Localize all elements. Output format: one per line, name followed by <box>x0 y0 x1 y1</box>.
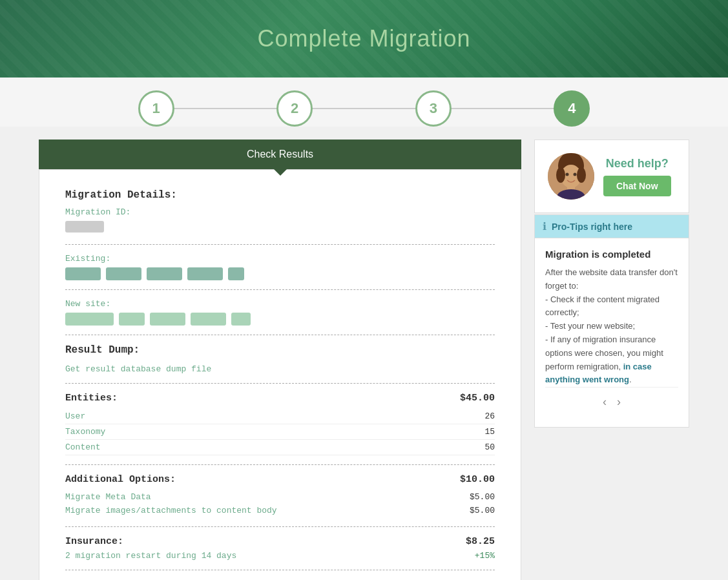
info-icon: ℹ <box>543 220 546 233</box>
step-1[interactable]: 1 <box>138 90 174 127</box>
option-meta: Migrate Meta Data $5.00 <box>65 490 495 504</box>
additional-options-row: Additional Options: $10.00 <box>65 474 495 485</box>
insurance-row: Insurance: $8.25 <box>65 536 495 547</box>
svg-point-7 <box>556 167 565 183</box>
divider-7 <box>65 570 495 570</box>
new-site-values <box>65 313 495 326</box>
result-dump-link[interactable]: Get result database dump file <box>65 364 211 374</box>
check-results-bar: Check Results <box>39 140 521 169</box>
divider-4 <box>65 383 495 384</box>
migration-details-title: Migration Details: <box>65 189 495 201</box>
tips-body: After the website data transfer don't fo… <box>545 266 678 387</box>
insurance-sub: 2 migration restart during 14 days +15% <box>65 551 495 561</box>
avatar <box>548 153 594 200</box>
new-site-label: New site: <box>65 299 495 309</box>
need-help-text: Need help? <box>606 157 669 171</box>
existing-label: Existing: <box>65 254 495 264</box>
tips-card: Migration is completed After the website… <box>534 238 689 428</box>
svg-point-4 <box>574 173 577 176</box>
entity-list: User 26 Taxonomy 15 Content 50 <box>65 409 495 455</box>
existing-values <box>65 267 495 280</box>
entity-taxonomy: Taxonomy 15 <box>65 424 495 440</box>
help-card: Need help? Chat Now <box>534 140 689 213</box>
entity-content: Content 50 <box>65 440 495 455</box>
migration-card: Migration Details: Migration ID: Existin… <box>39 169 521 580</box>
page-header: Complete Migration <box>0 0 728 78</box>
step-3[interactable]: 3 <box>415 90 452 127</box>
svg-point-3 <box>566 173 569 176</box>
stepper-container: 1 2 3 4 <box>0 78 728 127</box>
divider-6 <box>65 526 495 527</box>
migration-id-label: Migration ID: <box>65 207 495 217</box>
help-top: Need help? Chat Now <box>548 153 676 200</box>
divider-2 <box>65 289 495 290</box>
chat-now-button[interactable]: Chat Now <box>603 176 671 196</box>
entities-row: Entities: $45.00 <box>65 393 495 404</box>
right-panel: Need help? Chat Now ℹ Pro-Tips right her… <box>534 140 689 580</box>
tips-title: Migration is completed <box>545 249 678 260</box>
pro-tips-label: Pro-Tips right here <box>552 222 632 232</box>
help-right: Need help? Chat Now <box>603 157 671 196</box>
nav-arrows: ‹ › <box>545 387 678 417</box>
divider-3 <box>65 335 495 335</box>
option-images: Migrate images/attachments to content bo… <box>65 504 495 517</box>
entity-user: User 26 <box>65 409 495 424</box>
divider-5 <box>65 464 495 465</box>
svg-point-8 <box>577 167 586 183</box>
result-dump-label: Result Dump: <box>65 344 495 356</box>
stepper-line <box>164 108 565 109</box>
page-title: Complete Migration <box>257 25 470 52</box>
migration-id-value <box>65 221 104 233</box>
pro-tips-bar: ℹ Pro-Tips right here <box>534 214 689 238</box>
prev-tip-button[interactable]: ‹ <box>603 395 607 409</box>
step-2[interactable]: 2 <box>276 90 313 127</box>
next-tip-button[interactable]: › <box>617 395 621 409</box>
left-panel: Check Results Migration Details: Migrati… <box>39 140 521 580</box>
divider-1 <box>65 244 495 245</box>
additional-list: Migrate Meta Data $5.00 Migrate images/a… <box>65 490 495 517</box>
content-wrapper: Check Results Migration Details: Migrati… <box>0 127 728 580</box>
stepper: 1 2 3 4 <box>138 90 590 127</box>
step-4[interactable]: 4 <box>554 90 590 127</box>
